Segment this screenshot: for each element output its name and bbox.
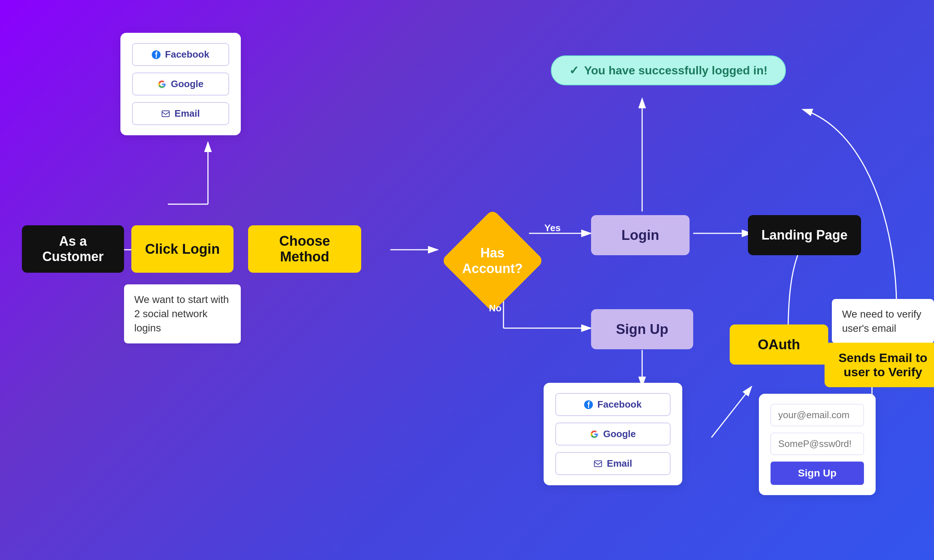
has-account-diamond-container: Has Account? xyxy=(441,210,544,312)
has-account-line2: Account? xyxy=(462,261,523,276)
google-icon xyxy=(157,80,166,89)
has-account-diamond: Has Account? xyxy=(441,209,544,312)
sign-up-label: Sign Up xyxy=(616,322,668,337)
svg-rect-20 xyxy=(594,461,602,467)
email-login-label: Email xyxy=(174,108,200,119)
google-signup-btn[interactable]: Google xyxy=(555,423,670,446)
success-text: You have successfully logged in! xyxy=(584,64,768,77)
as-a-customer-label: As a Customer xyxy=(35,234,111,264)
success-badge: ✓ You have successfully logged in! xyxy=(551,55,786,85)
landing-page-label: Landing Page xyxy=(761,228,848,243)
click-login-label: Click Login xyxy=(145,242,220,257)
check-icon: ✓ xyxy=(569,63,579,77)
sends-email-label: Sends Email to user to Verify xyxy=(835,351,931,379)
no-label: No xyxy=(489,303,502,314)
password-input[interactable] xyxy=(771,433,864,455)
sign-up-node: Sign Up xyxy=(591,309,693,349)
note-social-logins: We want to start with 2 social network l… xyxy=(124,285,241,343)
landing-page-node: Landing Page xyxy=(748,215,861,255)
email-signup-icon xyxy=(593,459,603,468)
has-account-inner: Has Account? xyxy=(462,245,523,276)
email-icon-login xyxy=(161,109,170,118)
signup-submit-label: Sign Up xyxy=(798,468,837,479)
oauth-label: OAuth xyxy=(758,337,800,352)
email-input[interactable] xyxy=(771,404,864,426)
svg-rect-17 xyxy=(162,111,169,117)
login-node: Login xyxy=(591,215,690,255)
facebook-login-btn[interactable]: Facebook xyxy=(132,43,229,66)
google-login-label: Google xyxy=(171,78,203,90)
yes-label: Yes xyxy=(544,222,561,234)
facebook-icon xyxy=(152,50,160,59)
note-social-logins-text: We want to start with 2 social network l… xyxy=(134,294,229,334)
email-signup-label: Email xyxy=(607,458,632,469)
sends-email-node: Sends Email to user to Verify xyxy=(825,343,934,387)
choose-method-node: Choose Method xyxy=(248,225,361,273)
signup-methods-card: Facebook Google Email xyxy=(544,383,682,485)
facebook-signup-btn[interactable]: Facebook xyxy=(555,393,670,416)
has-account-line1: Has xyxy=(462,245,523,261)
as-a-customer-node: As a Customer xyxy=(22,225,124,273)
facebook-signup-icon xyxy=(584,400,593,409)
signup-submit-btn[interactable]: Sign Up xyxy=(771,462,864,485)
oauth-node: OAuth xyxy=(730,325,828,365)
flowchart: As a Customer Click Login Choose Method … xyxy=(0,0,934,560)
click-login-node: Click Login xyxy=(131,225,233,273)
signup-form: Sign Up xyxy=(759,394,875,495)
note-verify-email: We need to verify user's email xyxy=(832,299,934,343)
facebook-login-label: Facebook xyxy=(165,49,209,60)
login-methods-card: Facebook Google Email xyxy=(120,33,241,135)
google-signup-label: Google xyxy=(603,428,636,440)
login-label: Login xyxy=(621,228,659,243)
google-login-btn[interactable]: Google xyxy=(132,72,229,95)
note-verify-text: We need to verify user's email xyxy=(842,308,921,334)
choose-method-label: Choose Method xyxy=(261,233,348,265)
facebook-signup-label: Facebook xyxy=(597,399,641,410)
svg-line-11 xyxy=(711,386,752,437)
email-login-btn[interactable]: Email xyxy=(132,102,229,125)
google-signup-icon xyxy=(590,430,599,438)
email-signup-btn[interactable]: Email xyxy=(555,452,670,475)
